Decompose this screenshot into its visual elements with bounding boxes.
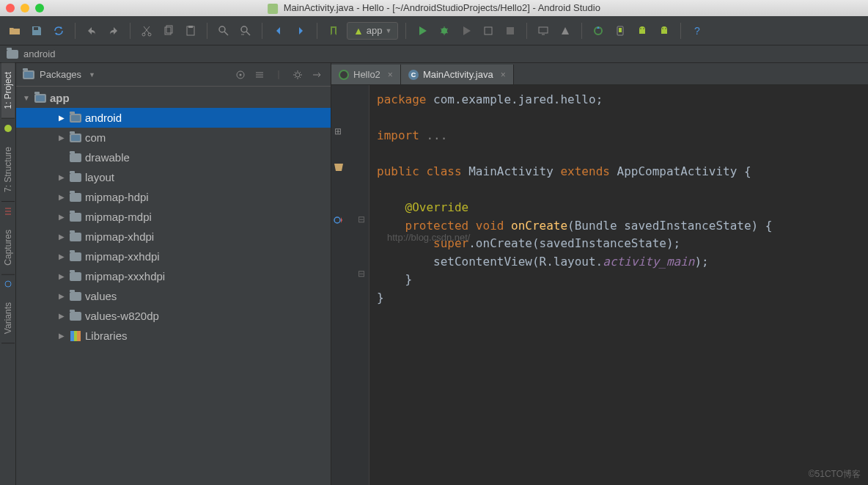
tree-root-app[interactable]: ▼ app [16, 88, 331, 108]
expand-arrow-icon[interactable]: ▶ [57, 272, 66, 280]
fold-marker-icon[interactable]: ⊟ [358, 214, 365, 225]
expand-arrow-icon[interactable]: ▶ [57, 213, 66, 221]
tree-item-Libraries[interactable]: ▶Libraries [16, 326, 331, 346]
project-tree[interactable]: ▼ app ▶android▶comdrawable▶layout▶mipmap… [16, 87, 331, 485]
sdk-manager-button[interactable] [556, 22, 574, 40]
tree-item-mipmap-xxhdpi[interactable]: ▶mipmap-xxhdpi [16, 247, 331, 266]
tree-label: app [50, 92, 70, 104]
expand-arrow-icon[interactable]: ▶ [57, 292, 66, 300]
breadcrumb: android [0, 45, 868, 63]
editor-gutter[interactable]: ⊞ ⊟ ⊟ [331, 85, 369, 485]
tree-item-values[interactable]: ▶values [16, 286, 331, 306]
tree-item-label: drawable [85, 151, 130, 164]
editor-tab-Hello2[interactable]: Hello2× [331, 65, 401, 84]
device-monitor-button[interactable] [611, 22, 629, 40]
avd-manager-button[interactable] [534, 22, 552, 40]
back-button[interactable] [270, 22, 287, 40]
tree-item-label: mipmap-hdpi [85, 191, 149, 203]
paste-button[interactable] [182, 22, 199, 40]
svg-rect-6 [188, 26, 193, 28]
svg-rect-11 [507, 27, 514, 34]
close-tab-icon[interactable]: × [388, 70, 393, 80]
tree-item-drawable[interactable]: drawable [16, 147, 331, 167]
close-tab-icon[interactable]: × [501, 70, 506, 80]
run-button[interactable] [413, 22, 431, 40]
expand-arrow-icon[interactable]: ▼ [22, 94, 31, 102]
hide-panel-button[interactable] [309, 67, 325, 83]
scroll-from-source-button[interactable] [232, 67, 249, 83]
folder-icon [69, 252, 82, 262]
forward-button[interactable] [292, 22, 309, 40]
library-icon [69, 331, 82, 341]
folder-icon [69, 153, 82, 163]
folder-icon [69, 232, 82, 242]
tree-item-mipmap-hdpi[interactable]: ▶mipmap-hdpi [16, 187, 331, 207]
android-button-1[interactable] [633, 22, 651, 40]
minimize-window-button[interactable] [21, 4, 29, 12]
tree-item-label: values-w820dp [85, 310, 159, 322]
run-config-selector[interactable]: ▲ app ▼ [347, 22, 398, 40]
tree-item-mipmap-xhdpi[interactable]: ▶mipmap-xhdpi [16, 227, 331, 247]
panel-settings-button[interactable] [290, 67, 306, 83]
open-button[interactable] [6, 22, 23, 40]
expand-arrow-icon[interactable]: ▶ [57, 173, 66, 181]
undo-button[interactable] [83, 22, 100, 40]
svg-point-24 [295, 73, 300, 77]
sync-gradle-button[interactable] [589, 22, 607, 40]
panel-separator [271, 67, 287, 83]
help-button[interactable]: ? [688, 22, 706, 40]
sync-button[interactable] [50, 22, 67, 40]
fold-expand-icon[interactable]: ⊞ [334, 126, 342, 136]
tab-variants[interactable]: Variants [1, 293, 15, 343]
gutter-run-icon[interactable] [333, 161, 345, 175]
collapse-all-button[interactable] [251, 67, 268, 83]
tree-item-values-w820dp[interactable]: ▶values-w820dp [16, 306, 331, 326]
gradle-icon [339, 70, 349, 80]
project-panel: Packages ▼ ▼ app ▶android▶comdrawable▶la… [16, 63, 331, 485]
folder-icon [69, 271, 82, 282]
svg-rect-10 [485, 27, 492, 34]
close-window-button[interactable] [6, 4, 15, 12]
tree-item-com[interactable]: ▶com [16, 128, 331, 147]
expand-arrow-icon[interactable]: ▶ [57, 114, 66, 122]
folder-icon [69, 311, 82, 321]
override-icon[interactable] [333, 214, 345, 228]
expand-arrow-icon[interactable]: ▶ [57, 312, 66, 320]
profile-button[interactable] [457, 22, 475, 40]
code-editor[interactable]: package com.example.jared.hello; import … [369, 85, 868, 485]
tree-item-layout[interactable]: ▶layout [16, 167, 331, 187]
copy-button[interactable] [160, 22, 177, 40]
tab-structure[interactable]: 7: Structure [1, 138, 15, 202]
main-area: 1: Project 7: Structure Captures Variant… [0, 63, 868, 485]
expand-arrow-icon[interactable]: ▶ [57, 134, 66, 142]
expand-arrow-icon[interactable]: ▶ [57, 332, 66, 340]
make-project-button[interactable] [325, 22, 342, 40]
editor-body: ⊞ ⊟ ⊟ package com.example.jared.hello; i… [331, 85, 868, 485]
expand-arrow-icon[interactable]: ▶ [57, 233, 66, 241]
save-button[interactable] [28, 22, 45, 40]
project-view-selector[interactable]: Packages ▼ [22, 69, 228, 80]
replace-button[interactable] [237, 22, 254, 40]
find-button[interactable] [215, 22, 232, 40]
svg-point-7 [219, 26, 225, 32]
tree-item-mipmap-xxxhdpi[interactable]: ▶mipmap-xxxhdpi [16, 266, 331, 286]
zoom-window-button[interactable] [35, 4, 44, 12]
tree-item-label: mipmap-xxhdpi [85, 250, 160, 263]
redo-button[interactable] [105, 22, 122, 40]
folder-icon [69, 291, 82, 302]
tree-item-mipmap-mdpi[interactable]: ▶mipmap-mdpi [16, 207, 331, 227]
attach-debugger-button[interactable] [479, 22, 497, 40]
breadcrumb-item[interactable]: android [23, 48, 55, 59]
fold-end-icon[interactable]: ⊟ [358, 269, 365, 279]
tree-item-android[interactable]: ▶android [16, 108, 331, 128]
expand-arrow-icon[interactable]: ▶ [57, 252, 66, 260]
editor-tab-MainActivity-java[interactable]: CMainActivity.java× [401, 65, 514, 84]
android-button-2[interactable] [655, 22, 673, 40]
tab-project[interactable]: 1: Project [1, 63, 15, 119]
cut-button[interactable] [138, 22, 155, 40]
stop-button[interactable] [501, 22, 519, 40]
tab-captures[interactable]: Captures [1, 221, 15, 275]
android-icon [3, 123, 13, 134]
debug-button[interactable] [435, 22, 453, 40]
expand-arrow-icon[interactable]: ▶ [57, 193, 66, 201]
